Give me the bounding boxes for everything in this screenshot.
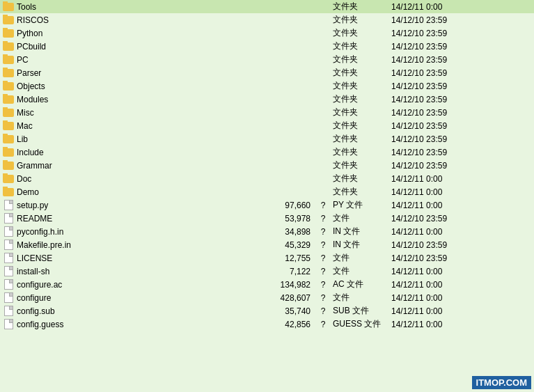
file-date: 14/12/11 0:00: [386, 293, 469, 303]
file-type: 文件: [330, 252, 386, 264]
list-item[interactable]: Makefile.pre.in45,329?IN 文件14/12/10 23:5…: [0, 238, 534, 251]
folder-icon: [3, 160, 14, 171]
file-type: 文件夹: [330, 67, 386, 79]
list-item[interactable]: Grammar文件夹14/12/10 23:59: [0, 159, 534, 172]
list-item[interactable]: PCbuild文件夹14/12/10 23:59: [0, 40, 534, 53]
folder-icon: [3, 68, 14, 79]
file-name-label: Include: [17, 148, 44, 157]
file-size: 97,660: [260, 201, 316, 210]
file-date: 14/12/10 23:59: [386, 81, 469, 91]
file-name-label: Tools: [17, 2, 36, 12]
file-icon: [3, 213, 14, 224]
file-date: 14/12/10 23:59: [386, 134, 469, 144]
file-date: 14/12/10 23:59: [386, 214, 469, 224]
file-name-label: Parser: [17, 68, 41, 78]
file-date: 14/12/10 23:59: [386, 29, 469, 38]
file-date: 14/12/11 0:00: [386, 2, 469, 12]
list-item[interactable]: Lib文件夹14/12/10 23:59: [0, 132, 534, 146]
list-item[interactable]: Parser文件夹14/12/10 23:59: [0, 66, 534, 79]
list-item[interactable]: Mac文件夹14/12/10 23:59: [0, 119, 534, 132]
file-type: 文件: [330, 212, 386, 224]
file-type: 文件夹: [330, 133, 386, 145]
file-date: 14/12/10 23:59: [386, 42, 469, 52]
list-item[interactable]: Demo文件夹14/12/11 0:00: [0, 185, 534, 198]
file-attr: ?: [316, 320, 330, 329]
file-icon: [3, 240, 14, 251]
file-type: 文件夹: [330, 120, 386, 132]
file-name-label: pyconfig.h.in: [17, 227, 63, 237]
file-type: 文件夹: [330, 80, 386, 92]
file-attr: ?: [316, 227, 330, 237]
list-item[interactable]: Include文件夹14/12/10 23:59: [0, 146, 534, 159]
file-type: GUESS 文件: [330, 318, 386, 330]
list-item[interactable]: Objects文件夹14/12/10 23:59: [0, 79, 534, 93]
file-date: 14/12/11 0:00: [386, 201, 469, 210]
file-icon: [3, 266, 14, 277]
file-date: 14/12/10 23:59: [386, 55, 469, 65]
file-name-label: install-sh: [17, 267, 49, 276]
folder-icon: [3, 107, 14, 118]
list-item[interactable]: RISCOS文件夹14/12/10 23:59: [0, 13, 534, 26]
list-item[interactable]: pyconfig.h.in34,898?IN 文件14/12/11 0:00: [0, 225, 534, 238]
file-size: 45,329: [260, 240, 316, 250]
file-date: 14/12/10 23:59: [386, 253, 469, 263]
folder-icon: [3, 187, 14, 198]
file-name-label: LICENSE: [17, 253, 52, 263]
file-size: 35,740: [260, 306, 316, 316]
file-type: 文件夹: [330, 146, 386, 158]
file-name-label: README: [17, 214, 52, 224]
file-type: SUB 文件: [330, 305, 386, 317]
file-icon: [3, 279, 14, 290]
file-date: 14/12/10 23:59: [386, 68, 469, 78]
file-icon: [3, 200, 14, 211]
list-item[interactable]: config.guess42,856?GUESS 文件14/12/11 0:00: [0, 317, 534, 331]
list-item[interactable]: README53,978?文件14/12/10 23:59: [0, 212, 534, 225]
file-attr: ?: [316, 214, 330, 224]
file-type: 文件夹: [330, 1, 386, 13]
file-date: 14/12/10 23:59: [386, 108, 469, 118]
file-date: 14/12/11 0:00: [386, 174, 469, 184]
list-item[interactable]: install-sh7,122?文件14/12/11 0:00: [0, 265, 534, 278]
file-attr: ?: [316, 293, 330, 303]
file-name-label: RISCOS: [17, 15, 49, 25]
list-item[interactable]: configure428,607?文件14/12/11 0:00: [0, 291, 534, 304]
list-item[interactable]: PC文件夹14/12/10 23:59: [0, 53, 534, 66]
list-item[interactable]: setup.py97,660?PY 文件14/12/11 0:00: [0, 198, 534, 212]
file-attr: ?: [316, 240, 330, 250]
list-item[interactable]: config.sub35,740?SUB 文件14/12/11 0:00: [0, 304, 534, 317]
file-date: 14/12/10 23:59: [386, 95, 469, 104]
file-attr: ?: [316, 201, 330, 210]
file-type: 文件: [330, 292, 386, 304]
list-item[interactable]: LICENSE12,755?文件14/12/10 23:59: [0, 251, 534, 265]
file-name-label: Misc: [17, 108, 34, 118]
file-type: 文件夹: [330, 107, 386, 118]
list-item[interactable]: Modules文件夹14/12/10 23:59: [0, 93, 534, 106]
file-size: 42,856: [260, 320, 316, 329]
file-name-label: config.guess: [17, 320, 63, 329]
file-name-label: PC: [17, 55, 29, 65]
file-size: 12,755: [260, 253, 316, 263]
list-item[interactable]: Misc文件夹14/12/10 23:59: [0, 106, 534, 119]
file-name-label: configure.ac: [17, 280, 62, 290]
file-date: 14/12/11 0:00: [386, 306, 469, 316]
file-date: 14/12/11 0:00: [386, 187, 469, 197]
file-size: 34,898: [260, 227, 316, 237]
file-name-label: Modules: [17, 95, 48, 104]
file-type: IN 文件: [330, 239, 386, 251]
list-item[interactable]: Python文件夹14/12/10 23:59: [0, 26, 534, 40]
file-type: 文件夹: [330, 159, 386, 171]
folder-icon: [3, 54, 14, 65]
list-item[interactable]: Tools文件夹14/12/11 0:00: [0, 0, 534, 13]
folder-icon: [3, 81, 14, 92]
file-name-label: Mac: [17, 121, 33, 131]
folder-icon: [3, 28, 14, 39]
list-item[interactable]: Doc文件夹14/12/11 0:00: [0, 172, 534, 185]
file-type: 文件夹: [330, 93, 386, 105]
file-type: 文件: [330, 265, 386, 277]
folder-icon: [3, 120, 14, 132]
file-attr: ?: [316, 267, 330, 276]
file-name-label: Objects: [17, 81, 45, 91]
folder-icon: [3, 147, 14, 158]
file-list: Tools文件夹14/12/11 0:00RISCOS文件夹14/12/10 2…: [0, 0, 534, 331]
list-item[interactable]: configure.ac134,982?AC 文件14/12/11 0:00: [0, 278, 534, 291]
